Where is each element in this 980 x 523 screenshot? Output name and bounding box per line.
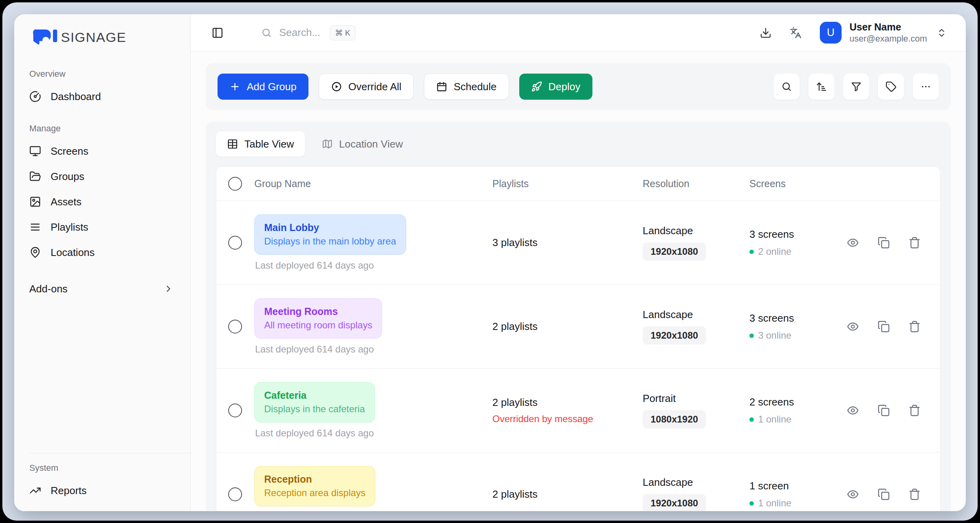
row-checkbox[interactable] [228,404,242,417]
resolution-badge: 1080x1920 [643,410,706,428]
sidebar-item-locations[interactable]: Locations [29,240,190,265]
group-badge[interactable]: Meeting Rooms All meeting room displays [254,298,382,339]
sidebar-item-assets[interactable]: Assets [29,189,190,214]
override-all-button[interactable]: Override All [319,74,414,100]
add-group-button[interactable]: Add Group [218,74,308,100]
group-description: Reception area displays [264,486,365,500]
tab-table-view[interactable]: Table View [216,131,305,157]
sidebar-item-reports[interactable]: Reports [29,478,190,503]
delete-group-button[interactable] [908,488,921,500]
map-pin-icon [29,246,41,258]
column-header-playlists: Playlists [492,178,643,189]
resolution-cell: Landscape 1920x1080 [643,225,749,261]
schedule-label: Schedule [454,81,496,93]
online-count: 1 online [758,414,791,425]
online-status: 1 online [749,414,844,425]
sidebar-item-groups[interactable]: Groups [29,164,190,189]
playlists-count: 2 playlists [492,488,643,500]
view-group-button[interactable] [847,237,859,249]
group-name-cell: Main Lobby Displays in the main lobby ar… [254,214,492,271]
download-button[interactable] [760,27,772,39]
group-description: All meeting room displays [264,318,372,332]
delete-group-button[interactable] [908,320,921,333]
language-button[interactable] [790,27,802,39]
view-group-button[interactable] [847,488,859,500]
group-badge[interactable]: Main Lobby Displays in the main lobby ar… [254,214,406,255]
resolution-cell: Landscape 1920x1080 [643,309,749,345]
brand-name: SIGNAGE [61,30,126,45]
trash-icon [908,320,921,333]
view-group-button[interactable] [847,404,859,417]
window-frame: SIGNAGE Overview Dashboard Manage Screen… [2,2,978,521]
more-options-button[interactable] [913,74,939,100]
schedule-button[interactable]: Schedule [424,74,509,100]
online-dot [749,250,754,254]
select-all-checkbox[interactable] [228,177,242,191]
delete-group-button[interactable] [908,237,921,249]
table-body: Main Lobby Displays in the main lobby ar… [216,201,940,511]
view-group-button[interactable] [847,320,859,333]
logo: SIGNAGE [29,26,190,48]
table-row: Meeting Rooms All meeting room displays … [216,284,940,368]
download-icon [760,27,772,39]
group-badge[interactable]: Reception Reception area displays [254,466,375,507]
sidebar-toggle-button[interactable] [209,24,226,42]
copy-icon [878,404,890,417]
delete-group-button[interactable] [908,404,921,417]
screens-count: 1 screen [749,480,844,492]
search-shortcut-badge: ⌘ K [330,25,356,40]
tab-location-view[interactable]: Location View [310,131,414,157]
deploy-button[interactable]: Deploy [519,74,592,100]
last-deployed-text: Last deployed 614 days ago [254,344,492,355]
duplicate-group-button[interactable] [878,320,890,333]
user-menu[interactable]: U User Name user@example.com [820,21,947,44]
sort-button[interactable] [808,74,834,100]
group-badge[interactable]: Cafeteria Displays in the cafeteria [254,382,375,423]
sidebar-section-manage: Manage [29,123,190,134]
monitor-icon [29,145,41,157]
sidebar-section-system: System [29,463,190,473]
content-area: Add Group Override All Schedule Dep [191,51,966,511]
groups-panel: Table View Location View Group Name [206,122,951,511]
sidebar-item-playlists[interactable]: Playlists [29,214,190,240]
override-status: Overridden by message [492,413,643,424]
online-dot [749,334,754,338]
sidebar-item-screens[interactable]: Screens [29,138,190,164]
chevron-right-icon [163,284,174,294]
duplicate-group-button[interactable] [878,404,890,417]
group-name-cell: Cafeteria Displays in the cafeteria Last… [254,382,492,439]
online-status: 2 online [749,246,844,257]
sidebar-item-label: Groups [51,171,84,183]
image-icon [29,196,41,208]
eye-icon [847,237,859,249]
global-search[interactable]: Search... ⌘ K [261,25,356,40]
addons-label: Add-ons [29,283,68,295]
map-icon [322,138,333,150]
sidebar-item-addons[interactable]: Add-ons [29,276,190,301]
sidebar-item-label: Dashboard [51,91,101,103]
plus-icon [229,81,240,92]
sidebar: SIGNAGE Overview Dashboard Manage Screen… [14,14,191,511]
resolution-badge: 1920x1080 [643,326,706,345]
copy-icon [878,488,890,500]
row-checkbox[interactable] [228,320,242,334]
play-circle-icon [331,81,342,92]
duplicate-group-button[interactable] [878,488,890,500]
row-actions [844,488,940,500]
playlists-cell: 2 playlists [492,320,643,333]
table-search-button[interactable] [774,74,800,100]
duplicate-group-button[interactable] [878,237,890,249]
tags-button[interactable] [878,74,904,100]
table-header-row: Group Name Playlists Resolution Screens [216,167,940,201]
table-row: Cafeteria Displays in the cafeteria Last… [216,368,940,452]
row-checkbox[interactable] [228,236,242,250]
online-status: 1 online [749,498,844,509]
filter-button[interactable] [843,74,869,100]
row-checkbox[interactable] [228,487,242,501]
resolution-badge: 1920x1080 [643,494,706,511]
deploy-label: Deploy [549,81,581,93]
group-description: Displays in the cafeteria [264,402,365,416]
sidebar-item-dashboard[interactable]: Dashboard [29,84,190,109]
online-count: 2 online [758,246,791,257]
group-name: Reception [264,472,365,486]
